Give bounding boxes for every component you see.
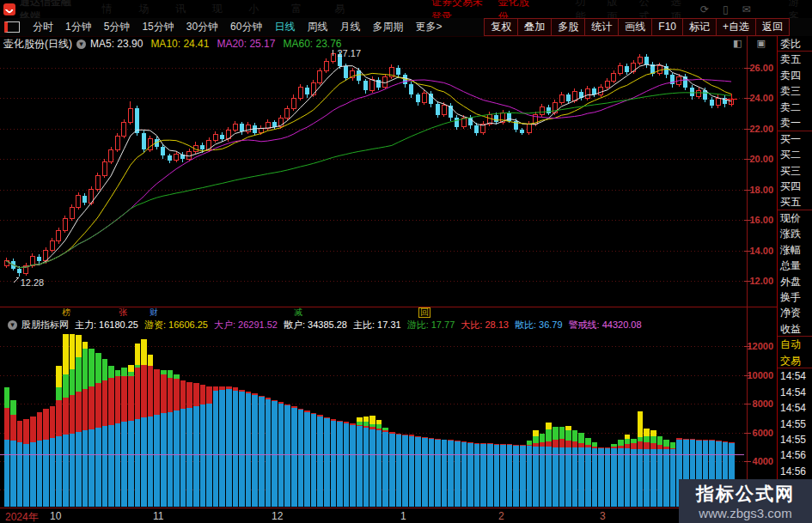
toolbar-button-复权[interactable]: 复权 (484, 18, 518, 36)
sidebar-row-总量: 总量 (778, 258, 812, 273)
auto-trade-button[interactable]: 交易 (778, 353, 812, 368)
date-axis: 2024年101112123 (0, 508, 778, 523)
period-tab-多周期[interactable]: 多周期 (372, 20, 403, 34)
sidebar-row-涨幅: 涨幅 (778, 242, 812, 258)
badge-财[interactable]: 财 (150, 307, 158, 318)
toolbar-button-+自选[interactable]: +自选 (716, 18, 756, 36)
sidebar-row-买四: 买四 (778, 179, 812, 194)
period-tab-日线[interactable]: 日线 (274, 20, 295, 34)
auto-trade-button[interactable]: 自动 (778, 337, 812, 352)
sidebar-row-卖二: 卖二 (778, 100, 812, 115)
price-axis-label: 20.00 (746, 154, 773, 164)
chevron-down-icon[interactable]: ▾ (76, 40, 86, 49)
volume-axis-label: 4000 (746, 456, 773, 466)
period-tab-1分钟[interactable]: 1分钟 (65, 20, 92, 34)
menubar: 通达信金融终端 行情市场资讯发现问小达财富圈交易 证券交易未登录 壶化股份 功能… (0, 0, 812, 19)
mail-icon[interactable]: ✉ (742, 3, 751, 15)
sidebar-row-买五: 买五 (778, 194, 812, 210)
period-tab-60分钟[interactable]: 60分钟 (230, 20, 262, 34)
sidebar-row-14:55: 14:55 (778, 432, 812, 447)
menu-icons: ⟳▯✉ (693, 3, 758, 15)
app-logo-icon[interactable] (3, 3, 15, 15)
toolbar-button-叠加[interactable]: 叠加 (517, 18, 552, 36)
ma-label: MA60: 23.76 (283, 38, 341, 50)
period-tab-5分钟[interactable]: 5分钟 (104, 20, 131, 34)
sidebar-row-14:55: 14:55 (778, 417, 812, 432)
toolbar-button-返回[interactable]: 返回 (755, 18, 790, 36)
badge-回[interactable]: 回 (418, 307, 430, 318)
period-tab-30分钟[interactable]: 30分钟 (186, 20, 218, 34)
price-axis-label: 26.00 (746, 63, 773, 73)
layout-icon[interactable] (4, 21, 20, 33)
price-axis-label: 22.00 (746, 124, 773, 134)
phone-icon[interactable]: ▯ (723, 3, 729, 15)
toolbar-button-标记[interactable]: 标记 (682, 18, 717, 36)
price-axis-label: 14.00 (746, 246, 773, 256)
price-axis-label: 16.00 (746, 215, 773, 225)
sidebar-row-卖四: 卖四 (778, 68, 812, 83)
sidebar-row-买三: 买三 (778, 163, 812, 179)
sidebar-row-换手: 换手 (778, 289, 812, 305)
toolbar-button-画线[interactable]: 画线 (618, 18, 652, 36)
indicator-field: 游比: 17.77 (407, 319, 455, 330)
sidebar-row-买二: 买二 (778, 147, 812, 162)
indicator-source: 股朋指标网 (21, 319, 69, 330)
period-tab-15分钟[interactable]: 15分钟 (142, 20, 174, 34)
toolbar-button-F10[interactable]: F10 (651, 18, 683, 36)
sidebar-row-14:54: 14:54 (778, 385, 812, 400)
sidebar-row-净资: 净资 (778, 305, 812, 320)
chart-corner-icons[interactable]: ◧ ▣ (733, 38, 772, 49)
sidebar-row-外盘: 外盘 (778, 274, 812, 289)
sidebar-row-卖三: 卖三 (778, 83, 812, 99)
indicator-field: 主力: 16180.25 (75, 319, 138, 330)
ma-label: MA5: 23.90 (90, 38, 143, 50)
date-label: 2024年 (5, 510, 39, 523)
watermark-url: www.zbgs3.com (679, 506, 812, 520)
ma-label: MA10: 24.41 (150, 38, 209, 50)
ma-label: MA20: 25.17 (217, 38, 275, 50)
badge-榜[interactable]: 榜 (62, 307, 70, 318)
main-chart-canvas[interactable]: 27.1712.28 (0, 36, 778, 523)
date-label: 3 (600, 510, 606, 522)
badge-减[interactable]: 减 (294, 307, 302, 318)
period-tab-更多>[interactable]: 更多> (415, 20, 442, 34)
chart-title: 壶化股份(日线) (3, 38, 72, 50)
volume-axis-label: 12000 (746, 341, 773, 351)
indicator-field: 大比: 28.13 (461, 319, 509, 330)
quote-sidebar: 委比卖五卖四卖三卖二卖一买一买二买三买四买五现价涨跌涨幅总量外盘换手净资收益自动… (777, 36, 812, 523)
sidebar-row-收益: 收益 (778, 321, 812, 337)
refresh-icon[interactable]: ⟳ (700, 3, 709, 15)
sidebar-row-卖五: 卖五 (778, 52, 812, 67)
period-tabs: 分时1分钟5分钟15分钟30分钟60分钟日线周线月线多周期更多> (27, 20, 448, 34)
indicator-field: 主比: 17.31 (353, 319, 401, 330)
sidebar-row-涨跌: 涨跌 (778, 226, 812, 241)
chart-tool-buttons: 复权叠加多股统计画线F10标记+自选返回 (485, 18, 790, 36)
volume-axis-label: 10000 (746, 370, 773, 380)
watermark: 指标公式网 www.zbgs3.com (679, 479, 812, 523)
date-label: 2 (498, 510, 504, 522)
period-toolbar: 分时1分钟5分钟15分钟30分钟60分钟日线周线月线多周期更多> 复权叠加多股统… (0, 18, 812, 37)
tdx-terminal-window: 通达信金融终端 行情市场资讯发现问小达财富圈交易 证券交易未登录 壶化股份 功能… (0, 0, 812, 523)
price-axis-label: 12.00 (746, 276, 773, 286)
toolbar-button-多股[interactable]: 多股 (551, 18, 585, 36)
indicator-field: 游资: 16606.25 (144, 319, 208, 330)
period-tab-月线[interactable]: 月线 (339, 20, 360, 34)
date-label: 11 (153, 510, 163, 522)
volume-axis-label: 8000 (746, 398, 773, 409)
sidebar-row-14:54: 14:54 (778, 400, 812, 416)
period-tab-分时[interactable]: 分时 (33, 20, 53, 34)
volume-axis-label: 6000 (746, 428, 773, 438)
indicator-field: 散户: 34385.28 (284, 319, 347, 330)
indicator-chevron-icon[interactable]: ▾ (8, 320, 17, 330)
indicator-field: 散比: 36.79 (515, 319, 563, 330)
sidebar-row-买一: 买一 (778, 131, 812, 147)
indicator-field: 大户: 26291.52 (214, 319, 278, 330)
period-tab-周线[interactable]: 周线 (307, 20, 327, 34)
date-label: 10 (50, 510, 61, 522)
badge-张[interactable]: 张 (119, 307, 127, 318)
svg-text:12.28: 12.28 (21, 277, 45, 288)
date-label: 12 (272, 510, 283, 522)
indicator-field: 警戒线: 44320.08 (569, 319, 642, 330)
toolbar-button-统计[interactable]: 统计 (584, 18, 619, 36)
watermark-title: 指标公式网 (679, 482, 812, 506)
